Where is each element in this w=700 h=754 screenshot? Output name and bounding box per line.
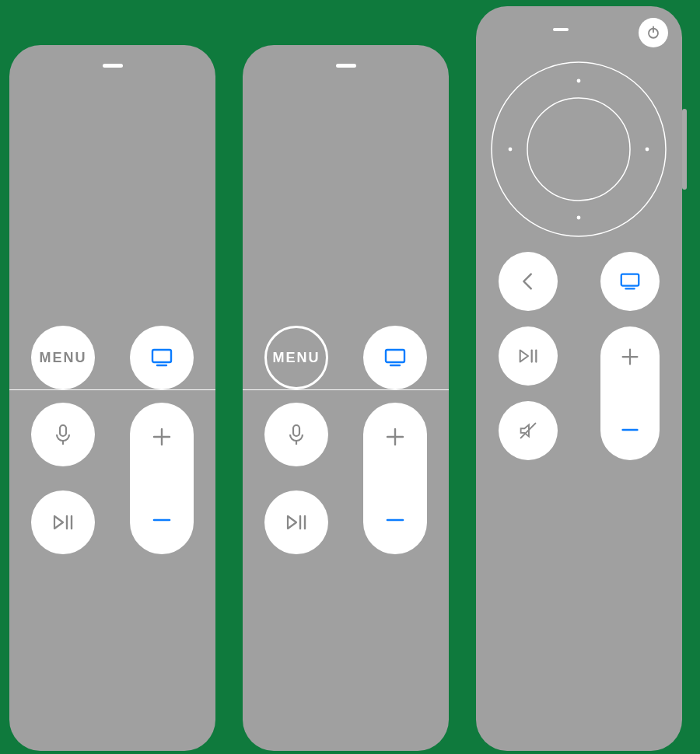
- plus-icon: [383, 424, 408, 449]
- touch-surface-divider: [243, 389, 449, 390]
- svg-point-17: [646, 148, 649, 152]
- clickpad-icon[interactable]: [488, 59, 669, 239]
- tv-icon: [618, 270, 642, 293]
- menu-label: MENU: [40, 350, 87, 366]
- back-icon: [516, 269, 540, 294]
- play-pause-icon: [50, 510, 76, 535]
- microphone-icon: [284, 422, 309, 447]
- tv-icon: [149, 345, 174, 370]
- mute-icon: [516, 419, 540, 442]
- plus-icon: [149, 424, 174, 449]
- ir-slit: [336, 64, 356, 68]
- touch-surface-divider: [9, 389, 215, 390]
- microphone-icon: [51, 422, 75, 447]
- volume-rocker[interactable]: [363, 403, 427, 554]
- power-button[interactable]: [639, 18, 668, 47]
- siri-side-button[interactable]: [682, 109, 687, 190]
- remote-apple-tv-1st-gen: MENU: [243, 45, 449, 751]
- play-pause-button[interactable]: [264, 490, 328, 554]
- play-pause-button[interactable]: [499, 326, 558, 386]
- minus-icon: [149, 508, 174, 532]
- svg-point-12: [492, 62, 666, 236]
- menu-button[interactable]: MENU: [264, 326, 328, 389]
- svg-point-15: [577, 216, 581, 220]
- svg-point-14: [577, 79, 581, 83]
- menu-button[interactable]: MENU: [31, 326, 95, 389]
- ir-slit: [553, 28, 569, 31]
- siri-button[interactable]: [264, 403, 328, 466]
- play-pause-icon: [516, 344, 541, 368]
- tv-icon: [383, 345, 408, 370]
- svg-point-13: [527, 98, 630, 201]
- tv-button[interactable]: [363, 326, 427, 389]
- volume-rocker[interactable]: [600, 326, 660, 460]
- menu-label: MENU: [273, 350, 320, 366]
- remote-siri-1st-gen: MENU: [9, 45, 215, 751]
- plus-icon: [618, 345, 642, 368]
- play-pause-icon: [283, 510, 310, 535]
- minus-icon: [618, 418, 642, 442]
- volume-rocker[interactable]: [130, 403, 194, 554]
- svg-point-16: [509, 148, 513, 152]
- siri-button[interactable]: [31, 403, 95, 466]
- minus-icon: [383, 508, 408, 532]
- tv-button[interactable]: [600, 252, 660, 311]
- remote-siri-2nd-gen: [476, 6, 682, 751]
- power-icon: [644, 23, 663, 42]
- tv-button[interactable]: [130, 326, 194, 389]
- play-pause-button[interactable]: [31, 490, 95, 554]
- back-button[interactable]: [499, 252, 558, 311]
- diagram-stage: MENU MENU: [0, 0, 700, 754]
- mute-button[interactable]: [499, 401, 558, 460]
- ir-slit: [103, 64, 123, 68]
